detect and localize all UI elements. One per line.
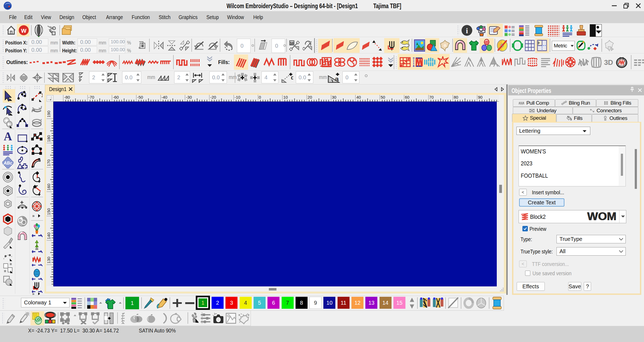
svg-text:30: 30 — [332, 95, 336, 99]
svg-text:-10: -10 — [234, 95, 240, 99]
svg-text:-60: -60 — [113, 95, 119, 99]
svg-text:-20: -20 — [210, 95, 216, 99]
svg-text:-40: -40 — [161, 95, 167, 99]
svg-text:140: 140 — [47, 232, 51, 239]
svg-text:3D: 3D — [604, 58, 613, 66]
svg-text:170: 170 — [47, 159, 51, 166]
svg-text:190: 190 — [47, 111, 51, 117]
svg-text:10: 10 — [290, 41, 294, 45]
svg-text:ABc: ABc — [3, 161, 12, 165]
svg-text:160: 160 — [47, 184, 51, 190]
svg-text:60: 60 — [405, 95, 410, 99]
svg-text:70: 70 — [429, 95, 434, 99]
svg-text:40: 40 — [356, 95, 361, 99]
svg-text:80: 80 — [454, 95, 458, 99]
svg-text:-70: -70 — [88, 95, 94, 99]
svg-text:»: » — [32, 292, 34, 296]
svg-text:10: 10 — [283, 95, 288, 99]
svg-text:a: a — [335, 75, 339, 82]
svg-text:1: 1 — [41, 92, 43, 98]
svg-text:w: w — [21, 26, 26, 34]
svg-text:150: 150 — [47, 208, 51, 215]
svg-text:20: 20 — [308, 95, 312, 99]
svg-text:50: 50 — [381, 95, 385, 99]
svg-text:130: 130 — [47, 257, 51, 264]
svg-text:-30: -30 — [186, 95, 192, 99]
svg-text:-50: -50 — [137, 95, 143, 99]
svg-text:90: 90 — [478, 95, 483, 99]
svg-text:i: i — [466, 27, 468, 35]
svg-text:-80: -80 — [64, 95, 70, 99]
svg-text:»: » — [32, 213, 35, 218]
svg-text:180: 180 — [47, 135, 51, 142]
svg-text:A: A — [4, 130, 12, 142]
svg-text:0: 0 — [259, 95, 261, 99]
